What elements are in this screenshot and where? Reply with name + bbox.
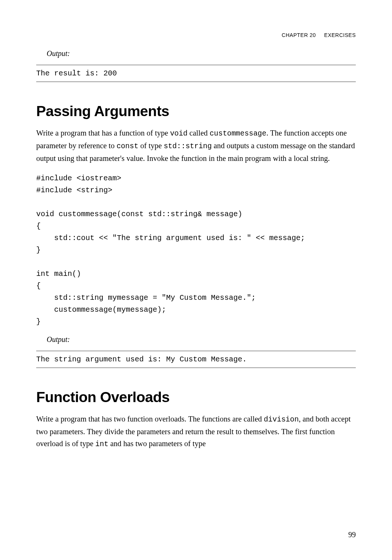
- chapter-title: EXERCISES: [324, 32, 356, 38]
- chapter-label: CHAPTER 20: [282, 32, 316, 38]
- output-label-2: Output:: [47, 335, 356, 344]
- output-label-1: Output:: [47, 49, 356, 58]
- code-block-passing-args: #include <iostream> #include <string> vo…: [36, 172, 356, 328]
- inline-code-custommessage: custommessage: [209, 130, 266, 138]
- inline-code-division: division: [264, 416, 299, 424]
- paragraph-passing-args: Write a program that has a function of t…: [36, 127, 356, 164]
- heading-passing-arguments: Passing Arguments: [36, 103, 356, 119]
- paragraph-function-overloads: Write a program that has two function ov…: [36, 413, 356, 450]
- page-number: 99: [348, 531, 356, 539]
- page-header: CHAPTER 20 EXERCISES: [36, 32, 356, 38]
- output-box-1: The result is: 200: [36, 65, 356, 82]
- inline-code-stdstring: std::string: [164, 142, 212, 150]
- heading-function-overloads: Function Overloads: [36, 389, 356, 405]
- inline-code-const: const: [116, 142, 139, 150]
- output-box-2: The string argument used is: My Custom M…: [36, 351, 356, 368]
- inline-code-int: int: [95, 440, 108, 448]
- inline-code-void: void: [170, 130, 187, 138]
